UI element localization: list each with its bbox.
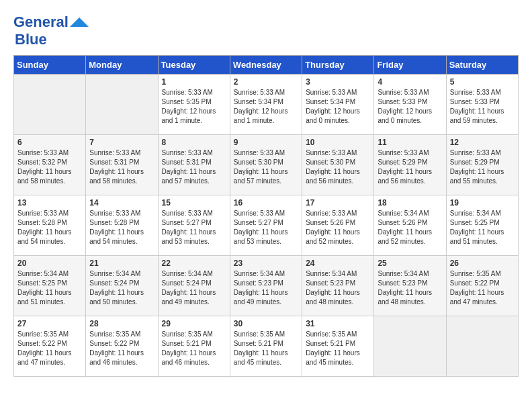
day-number: 16 [234,198,298,208]
calendar-cell: 27Sunrise: 5:35 AM Sunset: 5:22 PM Dayli… [14,316,86,377]
day-info: Sunrise: 5:33 AM Sunset: 5:28 PM Dayligh… [89,209,154,246]
logo-text: General [13,13,69,31]
calendar-cell: 5Sunrise: 5:33 AM Sunset: 5:33 PM Daylig… [446,75,518,135]
calendar-cell: 28Sunrise: 5:35 AM Sunset: 5:22 PM Dayli… [86,316,158,377]
day-number: 19 [450,198,515,208]
weekday-header-row: SundayMondayTuesdayWednesdayThursdayFrid… [14,56,519,75]
day-info: Sunrise: 5:33 AM Sunset: 5:29 PM Dayligh… [378,148,442,186]
weekday-header: Wednesday [230,56,302,75]
calendar-cell: 6Sunrise: 5:33 AM Sunset: 5:32 PM Daylig… [14,135,86,195]
weekday-header: Tuesday [158,56,230,75]
day-number: 25 [378,259,442,268]
calendar-cell: 29Sunrise: 5:35 AM Sunset: 5:21 PM Dayli… [158,316,230,377]
day-info: Sunrise: 5:33 AM Sunset: 5:30 PM Dayligh… [234,148,298,186]
day-info: Sunrise: 5:33 AM Sunset: 5:31 PM Dayligh… [162,148,226,186]
calendar-cell: 18Sunrise: 5:34 AM Sunset: 5:26 PM Dayli… [374,195,446,256]
calendar-cell: 2Sunrise: 5:33 AM Sunset: 5:34 PM Daylig… [230,75,302,135]
day-number: 12 [450,138,515,147]
calendar-cell: 9Sunrise: 5:33 AM Sunset: 5:30 PM Daylig… [230,135,302,195]
day-number: 21 [89,259,154,268]
calendar-week-row: 13Sunrise: 5:33 AM Sunset: 5:28 PM Dayli… [14,195,519,256]
day-number: 10 [306,138,370,147]
logo-icon [70,17,89,27]
day-info: Sunrise: 5:34 AM Sunset: 5:24 PM Dayligh… [162,269,226,307]
calendar-cell: 31Sunrise: 5:35 AM Sunset: 5:21 PM Dayli… [302,316,374,377]
calendar-cell: 25Sunrise: 5:34 AM Sunset: 5:23 PM Dayli… [374,256,446,316]
calendar-week-row: 1Sunrise: 5:33 AM Sunset: 5:35 PM Daylig… [14,75,519,135]
weekday-header: Saturday [446,56,518,75]
calendar-cell: 19Sunrise: 5:34 AM Sunset: 5:25 PM Dayli… [446,195,518,256]
day-info: Sunrise: 5:33 AM Sunset: 5:29 PM Dayligh… [450,148,515,186]
calendar-week-row: 6Sunrise: 5:33 AM Sunset: 5:32 PM Daylig… [14,135,519,195]
day-info: Sunrise: 5:33 AM Sunset: 5:27 PM Dayligh… [162,209,226,246]
calendar-cell: 8Sunrise: 5:33 AM Sunset: 5:31 PM Daylig… [158,135,230,195]
day-info: Sunrise: 5:33 AM Sunset: 5:27 PM Dayligh… [234,209,298,246]
day-info: Sunrise: 5:33 AM Sunset: 5:33 PM Dayligh… [450,88,515,126]
day-info: Sunrise: 5:33 AM Sunset: 5:34 PM Dayligh… [306,88,370,126]
calendar-cell: 15Sunrise: 5:33 AM Sunset: 5:27 PM Dayli… [158,195,230,256]
calendar-cell: 23Sunrise: 5:34 AM Sunset: 5:23 PM Dayli… [230,256,302,316]
day-number: 1 [162,77,226,87]
calendar-cell [86,75,158,135]
day-number: 7 [89,138,154,147]
calendar-cell: 1Sunrise: 5:33 AM Sunset: 5:35 PM Daylig… [158,75,230,135]
page-header: General Blue [13,13,519,48]
day-number: 24 [306,259,370,268]
day-info: Sunrise: 5:33 AM Sunset: 5:35 PM Dayligh… [162,88,226,126]
day-number: 31 [306,319,370,328]
day-number: 26 [450,259,515,268]
day-number: 20 [17,259,82,268]
day-number: 30 [234,319,298,328]
day-info: Sunrise: 5:34 AM Sunset: 5:25 PM Dayligh… [450,209,515,246]
day-number: 3 [306,77,370,87]
day-info: Sunrise: 5:34 AM Sunset: 5:24 PM Dayligh… [89,269,154,307]
calendar-cell: 13Sunrise: 5:33 AM Sunset: 5:28 PM Dayli… [14,195,86,256]
calendar-cell: 22Sunrise: 5:34 AM Sunset: 5:24 PM Dayli… [158,256,230,316]
weekday-header: Friday [374,56,446,75]
day-info: Sunrise: 5:35 AM Sunset: 5:22 PM Dayligh… [450,269,515,307]
calendar-cell: 30Sunrise: 5:35 AM Sunset: 5:21 PM Dayli… [230,316,302,377]
day-info: Sunrise: 5:33 AM Sunset: 5:28 PM Dayligh… [17,209,82,246]
day-number: 2 [234,77,298,87]
calendar-cell [446,316,518,377]
calendar-cell: 7Sunrise: 5:33 AM Sunset: 5:31 PM Daylig… [86,135,158,195]
day-number: 29 [162,319,226,328]
calendar-cell: 20Sunrise: 5:34 AM Sunset: 5:25 PM Dayli… [14,256,86,316]
day-info: Sunrise: 5:35 AM Sunset: 5:22 PM Dayligh… [17,330,82,367]
weekday-header: Monday [86,56,158,75]
day-info: Sunrise: 5:34 AM Sunset: 5:23 PM Dayligh… [234,269,298,307]
day-info: Sunrise: 5:33 AM Sunset: 5:26 PM Dayligh… [306,209,370,246]
calendar-week-row: 20Sunrise: 5:34 AM Sunset: 5:25 PM Dayli… [14,256,519,316]
calendar-cell: 26Sunrise: 5:35 AM Sunset: 5:22 PM Dayli… [446,256,518,316]
calendar-cell: 16Sunrise: 5:33 AM Sunset: 5:27 PM Dayli… [230,195,302,256]
calendar-cell: 4Sunrise: 5:33 AM Sunset: 5:33 PM Daylig… [374,75,446,135]
day-number: 23 [234,259,298,268]
calendar-cell: 24Sunrise: 5:34 AM Sunset: 5:23 PM Dayli… [302,256,374,316]
day-number: 27 [17,319,82,328]
calendar-cell [14,75,86,135]
day-number: 17 [306,198,370,208]
day-info: Sunrise: 5:33 AM Sunset: 5:30 PM Dayligh… [306,148,370,186]
day-info: Sunrise: 5:34 AM Sunset: 5:25 PM Dayligh… [17,269,82,307]
logo-blue-text: Blue [15,31,47,48]
day-number: 8 [162,138,226,147]
day-number: 14 [89,198,154,208]
weekday-header: Thursday [302,56,374,75]
svg-marker-0 [70,17,89,27]
day-number: 4 [378,77,442,87]
calendar-cell: 12Sunrise: 5:33 AM Sunset: 5:29 PM Dayli… [446,135,518,195]
day-info: Sunrise: 5:35 AM Sunset: 5:21 PM Dayligh… [234,330,298,367]
day-info: Sunrise: 5:33 AM Sunset: 5:33 PM Dayligh… [378,88,442,126]
day-number: 18 [378,198,442,208]
calendar-cell [374,316,446,377]
calendar-cell: 3Sunrise: 5:33 AM Sunset: 5:34 PM Daylig… [302,75,374,135]
day-info: Sunrise: 5:33 AM Sunset: 5:31 PM Dayligh… [89,148,154,186]
day-info: Sunrise: 5:35 AM Sunset: 5:22 PM Dayligh… [89,330,154,367]
day-info: Sunrise: 5:35 AM Sunset: 5:21 PM Dayligh… [162,330,226,367]
day-info: Sunrise: 5:35 AM Sunset: 5:21 PM Dayligh… [306,330,370,367]
logo: General Blue [13,13,89,48]
day-info: Sunrise: 5:34 AM Sunset: 5:23 PM Dayligh… [378,269,442,307]
calendar-cell: 10Sunrise: 5:33 AM Sunset: 5:30 PM Dayli… [302,135,374,195]
calendar-table: SundayMondayTuesdayWednesdayThursdayFrid… [13,55,519,377]
day-number: 13 [17,198,82,208]
